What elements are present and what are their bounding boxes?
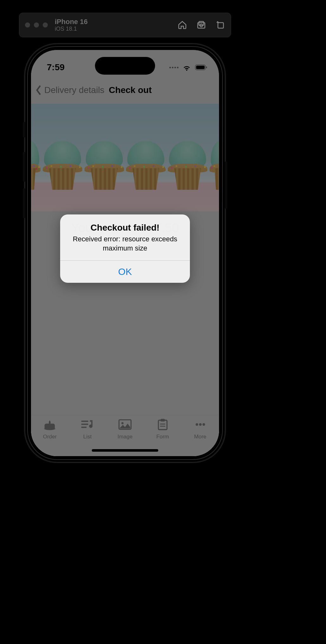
device-screen: 7:59 Delivery details Check out bbox=[31, 50, 219, 456]
close-window-dot[interactable] bbox=[25, 22, 30, 28]
simulator-device-name: iPhone 16 bbox=[55, 18, 88, 26]
simulator-title: iPhone 16 iOS 18.1 bbox=[55, 18, 88, 32]
iphone-frame: 7:59 Delivery details Check out bbox=[25, 44, 225, 462]
alert-ok-button[interactable]: OK bbox=[60, 261, 190, 283]
simulator-actions bbox=[178, 20, 225, 30]
rotate-icon[interactable] bbox=[216, 20, 225, 30]
side-button-power bbox=[225, 161, 227, 209]
window-traffic-lights[interactable] bbox=[25, 22, 48, 28]
simulator-os-version: iOS 18.1 bbox=[55, 26, 88, 32]
svg-rect-3 bbox=[218, 23, 224, 28]
screenshot-icon[interactable] bbox=[197, 20, 206, 30]
alert-backdrop: Checkout failed! Received error: resourc… bbox=[31, 50, 219, 456]
zoom-window-dot[interactable] bbox=[43, 22, 48, 28]
simulator-toolbar: iPhone 16 iOS 18.1 bbox=[19, 13, 231, 37]
home-icon[interactable] bbox=[178, 20, 187, 30]
alert-title: Checkout failed! bbox=[68, 223, 182, 233]
alert-dialog: Checkout failed! Received error: resourc… bbox=[60, 214, 190, 283]
side-button-vol-down bbox=[23, 188, 25, 218]
alert-message: Received error: resource exceeds maximum… bbox=[68, 235, 182, 253]
home-indicator[interactable] bbox=[92, 449, 158, 452]
minimize-window-dot[interactable] bbox=[34, 22, 39, 28]
side-button-vol-up bbox=[23, 152, 25, 182]
side-button-action bbox=[23, 122, 25, 138]
